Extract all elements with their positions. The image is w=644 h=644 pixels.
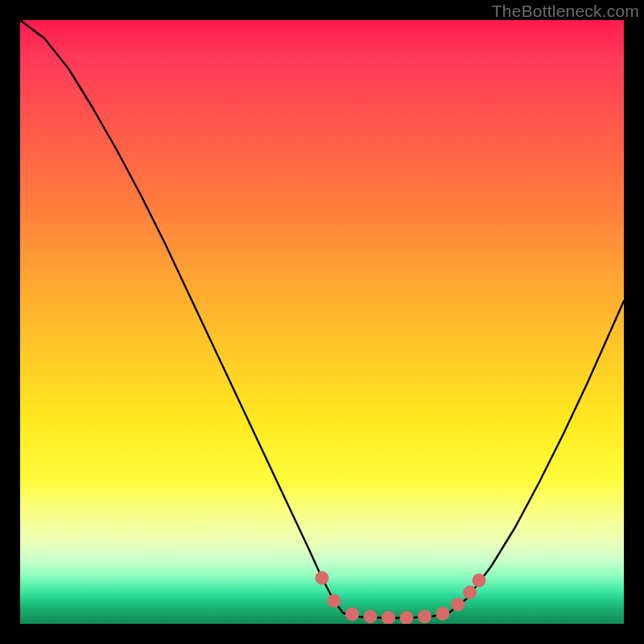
highlight-marker: [316, 572, 329, 585]
highlight-marker: [418, 610, 431, 624]
marker-group: [316, 572, 486, 625]
curve-group: [20, 20, 624, 618]
watermark-text: TheBottleneck.com: [492, 2, 639, 21]
highlight-marker: [400, 611, 414, 624]
chart-stage: TheBottleneck.com: [0, 0, 644, 644]
highlight-marker: [451, 598, 464, 612]
highlight-marker: [382, 611, 395, 624]
highlight-marker: [345, 608, 359, 621]
curves-svg: [20, 20, 624, 624]
highlight-marker: [364, 610, 378, 624]
highlight-marker: [328, 594, 341, 608]
highlight-marker: [436, 607, 450, 621]
highlight-marker: [473, 574, 486, 588]
highlight-marker: [463, 586, 477, 600]
plot-area: [20, 20, 624, 624]
bottleneck-curve: [20, 20, 624, 618]
